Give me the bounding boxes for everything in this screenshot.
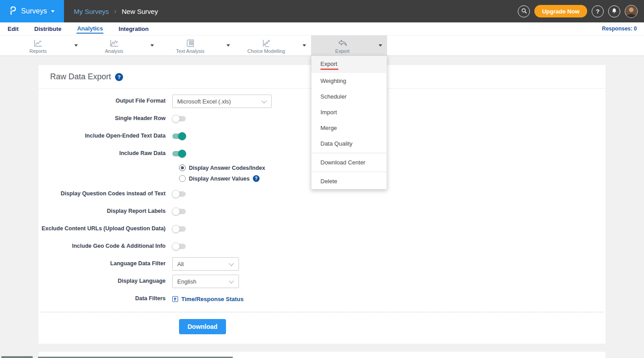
help-icon[interactable]: ? [253,175,260,182]
menu-item-data-quality[interactable]: Data Quality [311,136,387,151]
page-title: Raw Data Export [50,72,111,82]
radio-selected-icon [179,164,186,171]
include-raw-data-toggle[interactable] [172,150,186,157]
avatar[interactable] [625,5,638,18]
analytics-toolbar: Reports Analysis [0,35,644,56]
data-filters-label: Data Filters [38,295,172,302]
menu-item-weighting[interactable]: Weighting [311,73,387,89]
active-item-underline [320,69,338,70]
question-codes-label: Display Question Codes instead of Text [38,190,172,198]
toolbar-text-analysis-button[interactable]: Text Analysis [159,35,222,56]
geo-code-row: Include Geo Code & Additional Info [38,240,606,253]
breadcrumb-current-survey: New Survey [122,8,158,15]
help-icon[interactable]: ? [115,73,123,81]
search-button[interactable] [518,5,530,17]
menu-item-scheduler[interactable]: Scheduler [311,89,387,104]
add-filter-plus-icon[interactable] [172,296,178,302]
product-label: Surveys [21,7,47,15]
nav-tab-analytics[interactable]: Analytics [77,24,103,34]
toolbar-export-caret[interactable] [374,35,387,56]
toolbar-export-label: Export [335,48,350,54]
questionpro-logo-icon [9,6,17,17]
toolbar-text-analysis-caret[interactable] [222,35,235,56]
data-filters-row: Data Filters Time/Response Status [38,292,606,306]
menu-divider [311,172,387,172]
report-labels-toggle[interactable] [172,208,186,215]
choice-modelling-scatter-icon [261,39,272,47]
chevron-down-icon [51,10,55,13]
menu-item-delete[interactable]: Delete [311,173,387,189]
chevron-down-icon [229,261,234,266]
answer-codes-option[interactable]: Display Answer Codes/Index [179,164,606,171]
exclude-urls-row: Exclude Content URLs (Upload Question Da… [38,222,606,236]
menu-item-export[interactable]: Export [311,56,387,73]
product-switcher[interactable]: Surveys [0,0,64,22]
menu-item-download-center[interactable]: Download Center [311,155,387,170]
toolbar-group-analysis: Analysis [83,35,159,56]
chevron-down-icon [229,278,234,283]
breadcrumb: My Surveys › New Survey [74,8,158,15]
topbar-actions: Upgrade Now ? [518,5,644,18]
report-labels-row: Display Report Labels [38,205,606,218]
chevron-down-icon [226,44,230,47]
toolbar-analysis-button[interactable]: Analysis [83,35,145,56]
exclude-urls-toggle[interactable] [172,225,186,233]
menu-item-merge[interactable]: Merge [311,120,387,136]
menu-item-import[interactable]: Import [311,104,387,120]
reports-chart-icon [33,39,43,47]
download-button[interactable]: Download [179,319,226,334]
single-header-label: Single Header Row [38,115,172,122]
export-arrow-icon [337,39,348,47]
geo-code-label: Include Geo Code & Additional Info [38,243,172,250]
toolbar-choice-modelling-label: Choice Modelling [247,48,285,54]
analysis-chart-icon [109,39,119,47]
toolbar-export-button[interactable]: Export [311,35,374,56]
open-ended-label: Include Open-Ended Text Data [38,133,172,140]
breadcrumb-my-surveys[interactable]: My Surveys [74,8,109,15]
upgrade-now-button[interactable]: Upgrade Now [534,5,587,17]
bottom-partial-element [1,356,33,358]
topbar: Surveys My Surveys › New Survey Upgrade … [0,0,644,22]
chevron-down-icon [379,44,382,47]
open-ended-toggle[interactable] [172,133,186,140]
display-language-label: Display Language [38,278,172,285]
include-raw-data-label: Include Raw Data [38,150,172,157]
toolbar-text-analysis-label: Text Analysis [176,48,205,54]
notifications-button[interactable] [608,5,620,17]
answer-values-option[interactable]: Display Answer Values ? [179,175,606,182]
language-filter-label: Language Data Filter [38,260,172,267]
toolbar-reports-button[interactable]: Reports [7,35,69,56]
help-icon: ? [596,8,600,15]
nav-tab-distribute[interactable]: Distribute [34,25,62,33]
responses-count: Responses: 0 [602,26,637,32]
toolbar-choice-modelling-caret[interactable] [298,35,311,56]
nav-tab-integration[interactable]: Integration [118,25,149,33]
language-filter-select[interactable]: All [172,257,239,271]
chevron-down-icon [150,44,154,47]
output-file-format-label: Output File Format [38,98,172,105]
breadcrumb-separator: › [114,8,116,15]
report-labels-label: Display Report Labels [38,208,172,215]
display-language-row: Display Language English [38,275,606,288]
toolbar-group-export: Export [311,35,387,56]
toolbar-group-text-analysis: Text Analysis [159,35,235,56]
display-language-select[interactable]: English [172,275,239,288]
nav-tab-edit[interactable]: Edit [7,25,19,33]
toolbar-reports-label: Reports [30,48,47,54]
download-row: Download [38,312,606,344]
exclude-urls-label: Exclude Content URLs (Upload Question Da… [38,225,172,233]
output-file-format-select[interactable]: Microsoft Excel (.xls) [172,95,272,108]
radio-unselected-icon [179,175,186,182]
text-analysis-document-icon [185,39,195,47]
toolbar-analysis-label: Analysis [105,48,124,54]
toolbar-analysis-caret[interactable] [145,35,159,56]
survey-nav: Edit Distribute Analytics Integration Re… [0,22,644,35]
chevron-down-icon [74,44,78,47]
time-response-status-link[interactable]: Time/Response Status [181,296,243,302]
single-header-toggle[interactable] [172,115,186,122]
toolbar-reports-caret[interactable] [69,35,83,56]
help-button[interactable]: ? [592,5,604,17]
toolbar-choice-modelling-button[interactable]: Choice Modelling [235,35,298,56]
question-codes-toggle[interactable] [172,190,186,198]
geo-code-toggle[interactable] [172,243,186,250]
